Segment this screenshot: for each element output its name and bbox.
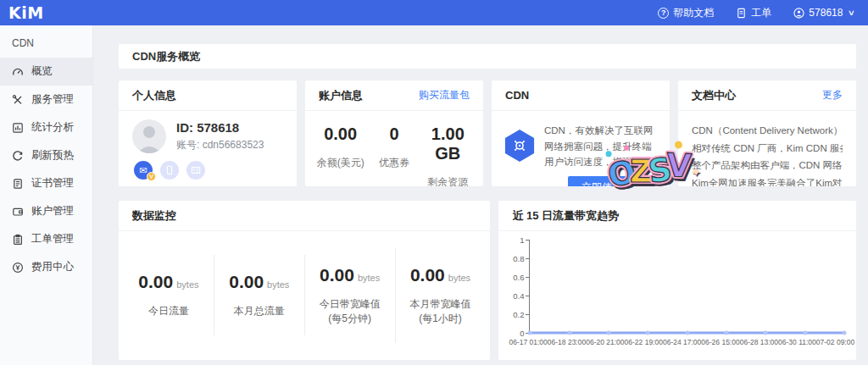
help-icon: ? xyxy=(658,8,669,19)
bottom-row: 数据监控 0.00bytes 今日流量 0.00bytes 本月总流量 0.00… xyxy=(119,201,856,360)
chart-plot-area xyxy=(529,240,844,333)
doc-item[interactable]: 整个产品架构由客户端，CDN 网络，企业源站，... xyxy=(692,161,843,171)
bandwidth-chart: 10.80.60.40.20 xyxy=(507,240,844,333)
sidebar-item-service-mgmt[interactable]: 服务管理 xyxy=(0,86,92,113)
use-now-button[interactable]: 立即使用 xyxy=(568,176,636,186)
account-card-title: 账户信息 xyxy=(319,88,363,103)
balance-stat: 0.00 余额(美元) xyxy=(314,124,367,186)
doc-item[interactable]: 相对传统 CDN 厂商，Kim CDN 服务完全实现全自... xyxy=(692,144,843,154)
doc-item[interactable]: Kim全网加速服务完美融合了Kim对象存储和 CDN ... xyxy=(692,179,843,187)
buy-traffic-link[interactable]: 购买流量包 xyxy=(419,88,470,102)
monitor-card-title: 数据监控 xyxy=(132,208,176,224)
user-menu[interactable]: 578618 ∨ xyxy=(793,7,854,19)
sidebar-item-label: 服务管理 xyxy=(31,92,74,107)
stat-unit: bytes xyxy=(448,273,470,283)
stat-label: 今日流量 xyxy=(125,303,212,318)
docs-card-title: 文档中心 xyxy=(692,88,736,103)
bar-chart-icon xyxy=(12,122,24,134)
profile-account: 账号: cdn56683523 xyxy=(176,138,264,152)
more-docs-link[interactable]: 更多 xyxy=(822,88,843,102)
cost-icon xyxy=(12,262,24,274)
chevron-down-icon: ∨ xyxy=(848,8,855,17)
user-id-label: 578618 xyxy=(809,7,843,19)
app-logo: KiM xyxy=(8,3,44,22)
profile-card: 个人信息 ID: 578618 账号: cdn56683523 ✉ V xyxy=(119,80,297,186)
sidebar-item-label: 工单管理 xyxy=(31,232,74,246)
stat-label: 本月总流量 xyxy=(216,303,303,318)
sidebar: CDN 概览 服务管理 统计分析 刷新预热 证书管理 账户管理 xyxy=(0,25,93,365)
sidebar-item-label: 证书管理 xyxy=(31,176,74,191)
coupon-label: 优惠券 xyxy=(367,156,420,170)
profile-card-title: 个人信息 xyxy=(132,88,176,103)
coupon-stat: 0 优惠券 xyxy=(367,124,420,186)
month-traffic-stat: 0.00bytes 本月总流量 xyxy=(214,255,305,335)
cdn-description: CDN，有效解决了互联网网络拥塞问题，提升终端用户访问速度，增强网站的可用性，同… xyxy=(544,123,659,170)
coupon-value: 0 xyxy=(367,124,420,144)
sidebar-item-statistics[interactable]: 统计分析 xyxy=(0,113,92,141)
dashboard-icon xyxy=(12,66,24,78)
ticket-icon xyxy=(736,8,747,19)
chart-y-axis: 10.80.60.40.20 xyxy=(507,240,529,333)
help-docs-label: 帮助文档 xyxy=(673,6,714,20)
stat-sublabel: (每1小时) xyxy=(398,312,484,326)
stat-unit: bytes xyxy=(358,273,380,283)
refresh-icon xyxy=(12,150,24,162)
header-actions: ? 帮助文档 工单 578618 ∨ xyxy=(658,6,854,20)
email-verified-icon[interactable]: ✉ V xyxy=(134,161,153,180)
main-content: CDN服务概览 个人信息 ID: 578618 账号: cdn56683523 xyxy=(93,25,868,365)
avatar xyxy=(132,119,166,153)
today-peak-stat: 0.00bytes 今日带宽峰值 (每5分钟) xyxy=(305,248,396,343)
stat-unit: bytes xyxy=(267,279,289,290)
phone-bind-icon[interactable] xyxy=(160,161,179,180)
stat-unit: bytes xyxy=(176,279,198,290)
stat-value: 0.00 xyxy=(410,265,445,285)
account-card: 账户信息 购买流量包 0.00 余额(美元) 0 优惠券 1.00 GB 剩余资… xyxy=(305,80,483,186)
resource-value: 1.00 GB xyxy=(421,124,475,163)
balance-label: 余额(美元) xyxy=(314,156,367,170)
resource-label: 剩余资源 xyxy=(421,175,475,186)
clipboard-icon xyxy=(12,234,24,246)
stat-sublabel: (每5分钟) xyxy=(307,312,393,326)
page-title: CDN服务概览 xyxy=(119,44,856,69)
verified-badge: V xyxy=(147,172,156,181)
balance-value: 0.00 xyxy=(314,124,367,144)
resource-stat: 1.00 GB 剩余资源 xyxy=(421,124,475,186)
chart-x-axis: 06-17 01:0006-18 23:0006-20 21:0006-22 1… xyxy=(509,338,844,346)
id-card-icon[interactable] xyxy=(186,161,205,180)
stat-label: 本月带宽峰值 xyxy=(398,296,484,312)
bandwidth-trend-card: 近 15 日流量带宽趋势 10.80.60.40.20 06-17 01:000… xyxy=(498,201,856,360)
ticket-button[interactable]: 工单 xyxy=(736,6,771,20)
wallet-icon xyxy=(12,206,24,218)
sidebar-item-label: 概览 xyxy=(31,64,53,79)
sidebar-item-label: 刷新预热 xyxy=(31,148,74,163)
help-docs-button[interactable]: ? 帮助文档 xyxy=(658,6,714,20)
ticket-label: 工单 xyxy=(751,6,771,20)
sidebar-item-ticket-mgmt[interactable]: 工单管理 xyxy=(0,225,92,253)
sidebar-section-label: CDN xyxy=(0,25,92,58)
sidebar-item-overview[interactable]: 概览 xyxy=(0,58,92,86)
month-peak-stat: 0.00bytes 本月带宽峰值 (每1小时) xyxy=(396,248,486,343)
cdn-hexagon-icon xyxy=(504,130,536,162)
certificate-icon xyxy=(12,178,24,190)
top-header: KiM ? 帮助文档 工单 578618 ∨ xyxy=(0,0,868,25)
user-icon xyxy=(793,8,804,19)
cdn-card-title: CDN xyxy=(505,89,529,102)
today-traffic-stat: 0.00bytes 今日流量 xyxy=(124,255,214,335)
stat-label: 今日带宽峰值 xyxy=(307,296,393,312)
sidebar-item-label: 费用中心 xyxy=(31,260,74,274)
profile-user-id: ID: 578618 xyxy=(176,120,264,135)
trend-card-title: 近 15 日流量带宽趋势 xyxy=(512,208,619,224)
sidebar-item-account-mgmt[interactable]: 账户管理 xyxy=(0,197,92,225)
mail-icon: ✉ xyxy=(139,165,147,176)
stat-value: 0.00 xyxy=(138,272,173,291)
sidebar-item-label: 账户管理 xyxy=(31,204,74,218)
doc-item[interactable]: CDN（Content Delivery Network），也即内容分发... xyxy=(692,126,843,136)
sidebar-item-certificates[interactable]: 证书管理 xyxy=(0,169,92,197)
stat-value: 0.00 xyxy=(229,272,264,291)
sidebar-item-cost-center[interactable]: 费用中心 xyxy=(0,253,92,281)
docs-card: 文档中心 更多 CDN（Content Delivery Network），也即… xyxy=(678,80,856,186)
stat-value: 0.00 xyxy=(320,265,354,285)
overview-cards-row: 个人信息 ID: 578618 账号: cdn56683523 ✉ V xyxy=(119,80,856,186)
sidebar-item-refresh-prewarm[interactable]: 刷新预热 xyxy=(0,141,92,169)
data-monitor-card: 数据监控 0.00bytes 今日流量 0.00bytes 本月总流量 0.00… xyxy=(119,201,490,360)
